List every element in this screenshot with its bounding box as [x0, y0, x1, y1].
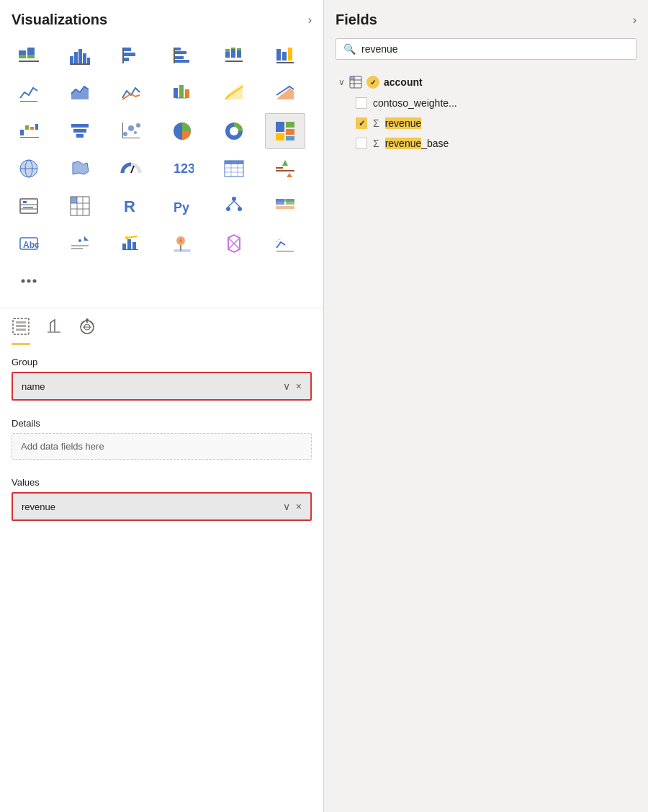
svg-rect-27	[276, 49, 281, 61]
values-field-controls: ∨ ×	[283, 501, 302, 512]
svg-line-64	[131, 166, 134, 173]
svg-rect-97	[276, 206, 294, 209]
details-label: Details	[12, 418, 312, 429]
viz-table-icon[interactable]	[214, 151, 254, 187]
viz-matrix-icon[interactable]	[60, 188, 100, 224]
viz-filled-map-icon[interactable]	[60, 151, 100, 187]
svg-rect-80	[23, 207, 33, 208]
viz-pie-icon[interactable]	[162, 113, 202, 149]
svg-rect-41	[35, 124, 38, 130]
values-chevron-icon[interactable]: ∨	[283, 501, 290, 512]
viz-python-icon[interactable]: Py	[162, 188, 202, 224]
values-field-zone[interactable]: revenue ∨ ×	[12, 492, 312, 521]
viz-waterfall-icon[interactable]	[9, 113, 49, 149]
viz-card-icon[interactable]: 123	[162, 151, 202, 187]
viz-treemap-icon[interactable]	[265, 113, 305, 149]
svg-rect-57	[286, 129, 294, 135]
svg-rect-87	[71, 197, 77, 203]
svg-rect-73	[276, 170, 294, 171]
group-field-zone[interactable]: name ∨ ×	[12, 372, 312, 401]
viz-combo-icon[interactable]	[265, 76, 305, 112]
table-account-chevron-icon[interactable]: ∨	[338, 77, 345, 87]
table-account-check-icon[interactable]	[366, 76, 379, 89]
svg-rect-18	[174, 60, 189, 63]
svg-rect-104	[122, 244, 126, 249]
group-chevron-icon[interactable]: ∨	[283, 380, 290, 392]
field-revenue-checkbox[interactable]	[356, 117, 367, 129]
field-contoso-checkbox[interactable]	[356, 97, 367, 109]
viz-divider	[0, 308, 323, 308]
table-account-row[interactable]: ∨ account	[336, 71, 636, 93]
viz-line-chart-icon[interactable]	[9, 76, 49, 112]
viz-scatter-plot-icon[interactable]	[111, 113, 151, 149]
values-label: Values	[12, 477, 312, 488]
viz-text-filter-icon[interactable]: Abc	[9, 226, 49, 262]
viz-custom-icon[interactable]	[214, 226, 254, 262]
viz-small-multiples-icon[interactable]	[265, 226, 305, 262]
svg-rect-24	[237, 50, 241, 58]
viz-map-icon[interactable]	[9, 151, 49, 187]
svg-rect-9	[87, 58, 90, 63]
viz-line-icon[interactable]	[265, 38, 305, 74]
svg-rect-21	[225, 49, 230, 52]
viz-clustered-bar-icon[interactable]	[60, 38, 100, 74]
viz-area-chart-icon[interactable]	[60, 76, 100, 112]
svg-rect-76	[20, 199, 37, 213]
field-revenue-base-checkbox[interactable]	[356, 138, 367, 149]
viz-kpi-icon[interactable]	[265, 151, 305, 187]
viz-gauge-icon[interactable]	[111, 151, 151, 187]
field-contoso-row[interactable]: contoso_weighte...	[336, 93, 636, 113]
viz-smart-narrative-icon[interactable]	[60, 226, 100, 262]
viz-funnel-icon[interactable]	[60, 113, 100, 149]
viz-bar-line-icon[interactable]	[111, 226, 151, 262]
field-revenue-base-row[interactable]: Σ revenue_base	[336, 133, 636, 153]
viz-split-icon[interactable]	[265, 188, 305, 224]
tab-analytics[interactable]	[78, 317, 96, 349]
svg-rect-3	[27, 55, 35, 58]
tab-format[interactable]	[45, 317, 63, 349]
viz-clustered-bar-h-icon[interactable]	[162, 38, 202, 74]
viz-stacked-bar-h-icon[interactable]	[111, 38, 151, 74]
field-revenue-row[interactable]: Σ revenue	[336, 113, 636, 133]
group-section: Group name ∨ ×	[0, 349, 323, 411]
svg-rect-108	[122, 249, 138, 250]
viz-line-cluster-icon[interactable]	[111, 76, 151, 112]
svg-point-114	[27, 280, 31, 283]
viz-scatter-icon[interactable]	[214, 76, 254, 112]
viz-donut-icon[interactable]	[214, 113, 254, 149]
group-remove-icon[interactable]: ×	[296, 380, 302, 392]
field-revenue-name: revenue	[385, 117, 422, 129]
svg-rect-33	[174, 88, 178, 98]
values-section: Values revenue ∨ ×	[0, 470, 323, 531]
svg-rect-8	[83, 53, 86, 63]
details-placeholder: Add data fields here	[21, 441, 104, 452]
svg-rect-111	[174, 249, 191, 252]
viz-ribbon-icon[interactable]	[162, 76, 202, 112]
svg-rect-34	[179, 85, 184, 98]
fields-search-input[interactable]	[361, 43, 629, 55]
svg-rect-20	[225, 52, 230, 58]
fields-search-box[interactable]: 🔍	[336, 38, 636, 60]
svg-rect-25	[237, 48, 241, 50]
viz-panel-content: 123	[0, 35, 323, 812]
viz-panel-expand-icon[interactable]: ›	[308, 14, 312, 27]
svg-rect-30	[276, 62, 294, 63]
svg-rect-106	[132, 242, 136, 249]
fields-panel-expand-icon[interactable]: ›	[633, 14, 636, 27]
details-field-zone[interactable]: Add data fields here	[12, 433, 312, 460]
viz-azure-map-icon[interactable]	[162, 226, 202, 262]
viz-decomposition-icon[interactable]	[214, 188, 254, 224]
svg-rect-16	[174, 51, 186, 54]
viz-r-icon[interactable]: R	[111, 188, 151, 224]
table-account-name: account	[384, 76, 423, 88]
svg-rect-105	[127, 239, 131, 249]
tab-fields[interactable]	[12, 317, 30, 349]
viz-stacked-bar-icon[interactable]	[9, 38, 49, 74]
svg-rect-42	[20, 137, 39, 138]
values-remove-icon[interactable]: ×	[296, 501, 302, 512]
svg-point-110	[179, 239, 182, 242]
svg-rect-59	[286, 136, 294, 140]
viz-stacked-bar2-icon[interactable]	[214, 38, 254, 74]
viz-slicer-icon[interactable]	[9, 188, 49, 224]
viz-more-icon[interactable]	[9, 263, 49, 299]
